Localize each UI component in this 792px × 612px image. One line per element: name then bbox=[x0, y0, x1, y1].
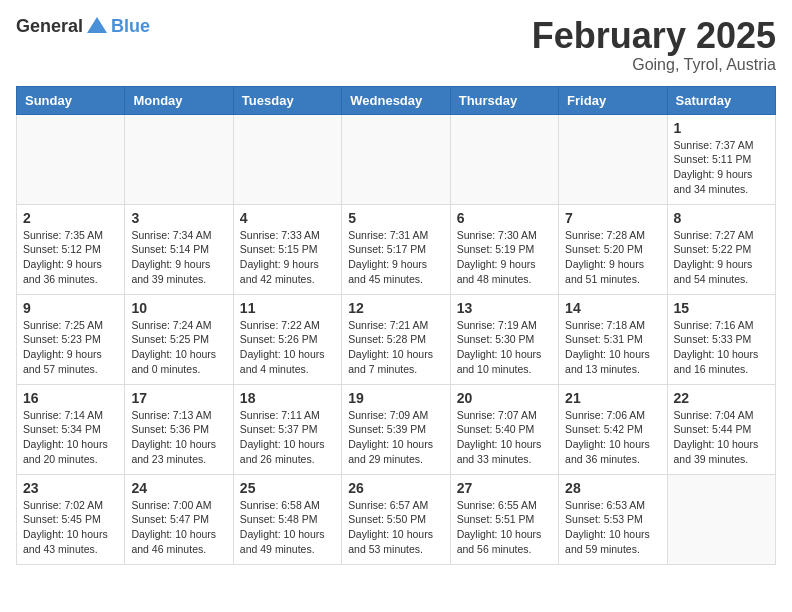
day-info: Sunrise: 7:13 AM Sunset: 5:36 PM Dayligh… bbox=[131, 408, 226, 467]
day-info: Sunrise: 7:02 AM Sunset: 5:45 PM Dayligh… bbox=[23, 498, 118, 557]
calendar-header-row: SundayMondayTuesdayWednesdayThursdayFrid… bbox=[17, 86, 776, 114]
day-info: Sunrise: 7:00 AM Sunset: 5:47 PM Dayligh… bbox=[131, 498, 226, 557]
calendar-week-row: 23Sunrise: 7:02 AM Sunset: 5:45 PM Dayli… bbox=[17, 474, 776, 564]
calendar-cell: 14Sunrise: 7:18 AM Sunset: 5:31 PM Dayli… bbox=[559, 294, 667, 384]
day-number: 1 bbox=[674, 120, 769, 136]
day-number: 10 bbox=[131, 300, 226, 316]
calendar-cell bbox=[233, 114, 341, 204]
day-number: 13 bbox=[457, 300, 552, 316]
day-number: 7 bbox=[565, 210, 660, 226]
calendar-column-header: Wednesday bbox=[342, 86, 450, 114]
day-info: Sunrise: 7:14 AM Sunset: 5:34 PM Dayligh… bbox=[23, 408, 118, 467]
day-info: Sunrise: 7:09 AM Sunset: 5:39 PM Dayligh… bbox=[348, 408, 443, 467]
day-info: Sunrise: 7:24 AM Sunset: 5:25 PM Dayligh… bbox=[131, 318, 226, 377]
calendar-cell: 16Sunrise: 7:14 AM Sunset: 5:34 PM Dayli… bbox=[17, 384, 125, 474]
day-info: Sunrise: 7:21 AM Sunset: 5:28 PM Dayligh… bbox=[348, 318, 443, 377]
day-info: Sunrise: 7:28 AM Sunset: 5:20 PM Dayligh… bbox=[565, 228, 660, 287]
calendar-cell: 7Sunrise: 7:28 AM Sunset: 5:20 PM Daylig… bbox=[559, 204, 667, 294]
day-info: Sunrise: 7:35 AM Sunset: 5:12 PM Dayligh… bbox=[23, 228, 118, 287]
day-info: Sunrise: 6:57 AM Sunset: 5:50 PM Dayligh… bbox=[348, 498, 443, 557]
day-info: Sunrise: 7:16 AM Sunset: 5:33 PM Dayligh… bbox=[674, 318, 769, 377]
day-info: Sunrise: 7:06 AM Sunset: 5:42 PM Dayligh… bbox=[565, 408, 660, 467]
day-info: Sunrise: 7:19 AM Sunset: 5:30 PM Dayligh… bbox=[457, 318, 552, 377]
calendar-cell: 10Sunrise: 7:24 AM Sunset: 5:25 PM Dayli… bbox=[125, 294, 233, 384]
title-block: February 2025 Going, Tyrol, Austria bbox=[532, 16, 776, 74]
calendar-cell: 5Sunrise: 7:31 AM Sunset: 5:17 PM Daylig… bbox=[342, 204, 450, 294]
calendar-column-header: Friday bbox=[559, 86, 667, 114]
calendar-cell: 17Sunrise: 7:13 AM Sunset: 5:36 PM Dayli… bbox=[125, 384, 233, 474]
logo-blue: Blue bbox=[111, 16, 150, 37]
calendar-cell: 21Sunrise: 7:06 AM Sunset: 5:42 PM Dayli… bbox=[559, 384, 667, 474]
day-info: Sunrise: 6:53 AM Sunset: 5:53 PM Dayligh… bbox=[565, 498, 660, 557]
logo: General Blue bbox=[16, 16, 150, 37]
day-number: 24 bbox=[131, 480, 226, 496]
day-number: 14 bbox=[565, 300, 660, 316]
calendar-cell: 22Sunrise: 7:04 AM Sunset: 5:44 PM Dayli… bbox=[667, 384, 775, 474]
day-number: 3 bbox=[131, 210, 226, 226]
day-number: 5 bbox=[348, 210, 443, 226]
calendar-cell: 3Sunrise: 7:34 AM Sunset: 5:14 PM Daylig… bbox=[125, 204, 233, 294]
svg-marker-0 bbox=[87, 17, 107, 33]
calendar-week-row: 2Sunrise: 7:35 AM Sunset: 5:12 PM Daylig… bbox=[17, 204, 776, 294]
day-number: 17 bbox=[131, 390, 226, 406]
day-number: 28 bbox=[565, 480, 660, 496]
day-info: Sunrise: 7:30 AM Sunset: 5:19 PM Dayligh… bbox=[457, 228, 552, 287]
day-number: 6 bbox=[457, 210, 552, 226]
day-number: 9 bbox=[23, 300, 118, 316]
day-number: 22 bbox=[674, 390, 769, 406]
day-info: Sunrise: 7:34 AM Sunset: 5:14 PM Dayligh… bbox=[131, 228, 226, 287]
day-number: 8 bbox=[674, 210, 769, 226]
day-info: Sunrise: 7:31 AM Sunset: 5:17 PM Dayligh… bbox=[348, 228, 443, 287]
calendar-cell: 18Sunrise: 7:11 AM Sunset: 5:37 PM Dayli… bbox=[233, 384, 341, 474]
calendar-cell: 11Sunrise: 7:22 AM Sunset: 5:26 PM Dayli… bbox=[233, 294, 341, 384]
calendar-cell: 12Sunrise: 7:21 AM Sunset: 5:28 PM Dayli… bbox=[342, 294, 450, 384]
day-info: Sunrise: 6:55 AM Sunset: 5:51 PM Dayligh… bbox=[457, 498, 552, 557]
calendar-column-header: Sunday bbox=[17, 86, 125, 114]
day-number: 11 bbox=[240, 300, 335, 316]
month-title: February 2025 bbox=[532, 16, 776, 56]
calendar-cell: 9Sunrise: 7:25 AM Sunset: 5:23 PM Daylig… bbox=[17, 294, 125, 384]
location-title: Going, Tyrol, Austria bbox=[532, 56, 776, 74]
day-number: 16 bbox=[23, 390, 118, 406]
calendar-cell bbox=[17, 114, 125, 204]
day-number: 21 bbox=[565, 390, 660, 406]
calendar-cell bbox=[667, 474, 775, 564]
calendar-column-header: Saturday bbox=[667, 86, 775, 114]
day-number: 20 bbox=[457, 390, 552, 406]
calendar-cell: 24Sunrise: 7:00 AM Sunset: 5:47 PM Dayli… bbox=[125, 474, 233, 564]
calendar-cell: 8Sunrise: 7:27 AM Sunset: 5:22 PM Daylig… bbox=[667, 204, 775, 294]
day-number: 26 bbox=[348, 480, 443, 496]
day-number: 15 bbox=[674, 300, 769, 316]
calendar-cell: 23Sunrise: 7:02 AM Sunset: 5:45 PM Dayli… bbox=[17, 474, 125, 564]
day-number: 4 bbox=[240, 210, 335, 226]
calendar-cell: 27Sunrise: 6:55 AM Sunset: 5:51 PM Dayli… bbox=[450, 474, 558, 564]
calendar-cell: 2Sunrise: 7:35 AM Sunset: 5:12 PM Daylig… bbox=[17, 204, 125, 294]
calendar-cell: 26Sunrise: 6:57 AM Sunset: 5:50 PM Dayli… bbox=[342, 474, 450, 564]
day-info: Sunrise: 7:11 AM Sunset: 5:37 PM Dayligh… bbox=[240, 408, 335, 467]
calendar-cell: 25Sunrise: 6:58 AM Sunset: 5:48 PM Dayli… bbox=[233, 474, 341, 564]
calendar-week-row: 1Sunrise: 7:37 AM Sunset: 5:11 PM Daylig… bbox=[17, 114, 776, 204]
day-info: Sunrise: 7:33 AM Sunset: 5:15 PM Dayligh… bbox=[240, 228, 335, 287]
day-number: 27 bbox=[457, 480, 552, 496]
calendar-cell: 28Sunrise: 6:53 AM Sunset: 5:53 PM Dayli… bbox=[559, 474, 667, 564]
day-number: 2 bbox=[23, 210, 118, 226]
calendar-column-header: Thursday bbox=[450, 86, 558, 114]
calendar-cell: 15Sunrise: 7:16 AM Sunset: 5:33 PM Dayli… bbox=[667, 294, 775, 384]
calendar-column-header: Tuesday bbox=[233, 86, 341, 114]
day-info: Sunrise: 7:18 AM Sunset: 5:31 PM Dayligh… bbox=[565, 318, 660, 377]
calendar-cell bbox=[342, 114, 450, 204]
calendar-cell bbox=[125, 114, 233, 204]
day-number: 25 bbox=[240, 480, 335, 496]
day-info: Sunrise: 7:25 AM Sunset: 5:23 PM Dayligh… bbox=[23, 318, 118, 377]
calendar-cell bbox=[450, 114, 558, 204]
calendar-cell: 19Sunrise: 7:09 AM Sunset: 5:39 PM Dayli… bbox=[342, 384, 450, 474]
day-info: Sunrise: 7:22 AM Sunset: 5:26 PM Dayligh… bbox=[240, 318, 335, 377]
day-info: Sunrise: 7:37 AM Sunset: 5:11 PM Dayligh… bbox=[674, 138, 769, 197]
calendar-week-row: 9Sunrise: 7:25 AM Sunset: 5:23 PM Daylig… bbox=[17, 294, 776, 384]
logo-general: General bbox=[16, 16, 83, 37]
day-info: Sunrise: 7:27 AM Sunset: 5:22 PM Dayligh… bbox=[674, 228, 769, 287]
day-number: 19 bbox=[348, 390, 443, 406]
day-info: Sunrise: 7:07 AM Sunset: 5:40 PM Dayligh… bbox=[457, 408, 552, 467]
calendar-column-header: Monday bbox=[125, 86, 233, 114]
calendar-cell bbox=[559, 114, 667, 204]
